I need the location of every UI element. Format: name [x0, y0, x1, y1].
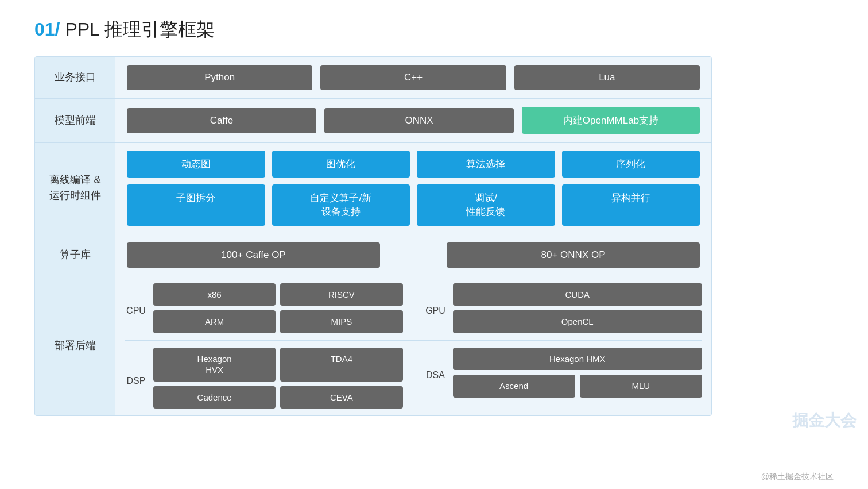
- openmmlab-button[interactable]: 内建OpenMMLab支持: [522, 107, 700, 134]
- model-frontend-content: Caffe ONNX 内建OpenMMLab支持: [115, 99, 711, 142]
- ascend-button[interactable]: Ascend: [453, 375, 575, 398]
- dsa-grid: Hexagon HMX Ascend MLU: [453, 348, 703, 398]
- page-title: 01/ PPL 推理引擎框架: [34, 17, 834, 43]
- custom-op-button[interactable]: 自定义算子/新设备支持: [272, 184, 410, 226]
- caffe-op-button[interactable]: 100+ Caffe OP: [127, 242, 380, 268]
- mlu-button[interactable]: MLU: [580, 375, 702, 398]
- cpu-label: CPU: [125, 300, 148, 316]
- offline-compile-label: 离线编译 &运行时组件: [35, 143, 115, 234]
- onnx-button[interactable]: ONNX: [324, 108, 514, 133]
- cpu-section: CPU x86 RISCV ARM MIPS: [125, 283, 403, 333]
- dsa-section: DSA Hexagon HMX Ascend MLU: [424, 348, 703, 398]
- hexagon-hmx-button[interactable]: Hexagon HMX: [453, 348, 703, 371]
- offline-compile-content: 动态图 图优化 算法选择 序列化 子图拆分 自定义算子/新设备支持 调试/性能反…: [115, 143, 711, 234]
- serialize-button[interactable]: 序列化: [562, 151, 700, 178]
- title-main: PPL 推理引擎框架: [60, 19, 214, 40]
- dsp-dsa-row: DSP HexagonHVX TDA4 Cadence CEVA DSA: [125, 348, 702, 409]
- interface-content: Python C++ Lua: [115, 57, 711, 98]
- arm-button[interactable]: ARM: [153, 310, 276, 333]
- model-frontend-row: 模型前端 Caffe ONNX 内建OpenMMLab支持: [35, 99, 711, 143]
- offline-compile-row: 离线编译 &运行时组件 动态图 图优化 算法选择 序列化 子图拆分 自定义算子/…: [35, 143, 711, 234]
- gpu-label: GPU: [424, 300, 447, 316]
- deploy-backend-label: 部署后端: [35, 276, 115, 416]
- dynamic-graph-button[interactable]: 动态图: [127, 151, 265, 178]
- op-library-content: 100+ Caffe OP 80+ ONNX OP: [115, 234, 711, 276]
- op-library-row: 算子库 100+ Caffe OP 80+ ONNX OP: [35, 234, 711, 276]
- main-table: 业务接口 Python C++ Lua 模型前端 Caffe ONNX 内建Op…: [34, 56, 712, 416]
- hexagon-hvx-button[interactable]: HexagonHVX: [153, 348, 276, 382]
- ceva-button[interactable]: CEVA: [280, 386, 402, 409]
- dsa-label: DSA: [424, 364, 447, 380]
- mips-button[interactable]: MIPS: [280, 310, 402, 333]
- dsp-label: DSP: [125, 370, 148, 386]
- compile-row2: 子图拆分 自定义算子/新设备支持 调试/性能反馈 异构并行: [127, 184, 700, 226]
- opencl-button[interactable]: OpenCL: [453, 310, 703, 333]
- footer-text: @稀土掘金技术社区: [761, 472, 834, 482]
- gpu-grid: CUDA OpenCL: [453, 283, 703, 333]
- deploy-backend-row: 部署后端 CPU x86 RISCV ARM MIPS: [35, 276, 711, 416]
- cpu-gpu-row: CPU x86 RISCV ARM MIPS GPU CUDA: [125, 283, 702, 333]
- cpp-button[interactable]: C++: [320, 65, 506, 90]
- cpu-grid: x86 RISCV ARM MIPS: [153, 283, 403, 333]
- riscv-button[interactable]: RISCV: [280, 283, 402, 306]
- interface-label: 业务接口: [35, 57, 115, 98]
- dsp-section: DSP HexagonHVX TDA4 Cadence CEVA: [125, 348, 403, 409]
- cadence-button[interactable]: Cadence: [153, 386, 276, 409]
- dsp-grid: HexagonHVX TDA4 Cadence CEVA: [153, 348, 403, 409]
- x86-button[interactable]: x86: [153, 283, 276, 306]
- compile-row1: 动态图 图优化 算法选择 序列化: [127, 151, 700, 178]
- page-container: 01/ PPL 推理引擎框架 业务接口 Python C++ Lua 模型前端 …: [0, 0, 868, 489]
- cpu-dsp-divider: [125, 340, 702, 341]
- algo-select-button[interactable]: 算法选择: [417, 151, 555, 178]
- interface-row: 业务接口 Python C++ Lua: [35, 57, 711, 99]
- onnx-op-button[interactable]: 80+ ONNX OP: [447, 242, 700, 268]
- lua-button[interactable]: Lua: [514, 65, 700, 90]
- subgraph-button[interactable]: 子图拆分: [127, 184, 265, 226]
- dsa-bottom-row: Ascend MLU: [453, 375, 703, 398]
- tda4-button[interactable]: TDA4: [280, 348, 402, 382]
- watermark: 掘金大会: [792, 410, 857, 432]
- cuda-button[interactable]: CUDA: [453, 283, 703, 306]
- hetero-parallel-button[interactable]: 异构并行: [562, 184, 700, 226]
- model-frontend-label: 模型前端: [35, 99, 115, 142]
- python-button[interactable]: Python: [127, 65, 312, 90]
- title-prefix: 01/: [34, 19, 60, 40]
- debug-button[interactable]: 调试/性能反馈: [417, 184, 555, 226]
- gpu-section: GPU CUDA OpenCL: [424, 283, 703, 333]
- caffe-button[interactable]: Caffe: [127, 108, 316, 133]
- op-library-label: 算子库: [35, 234, 115, 276]
- graph-opt-button[interactable]: 图优化: [272, 151, 410, 178]
